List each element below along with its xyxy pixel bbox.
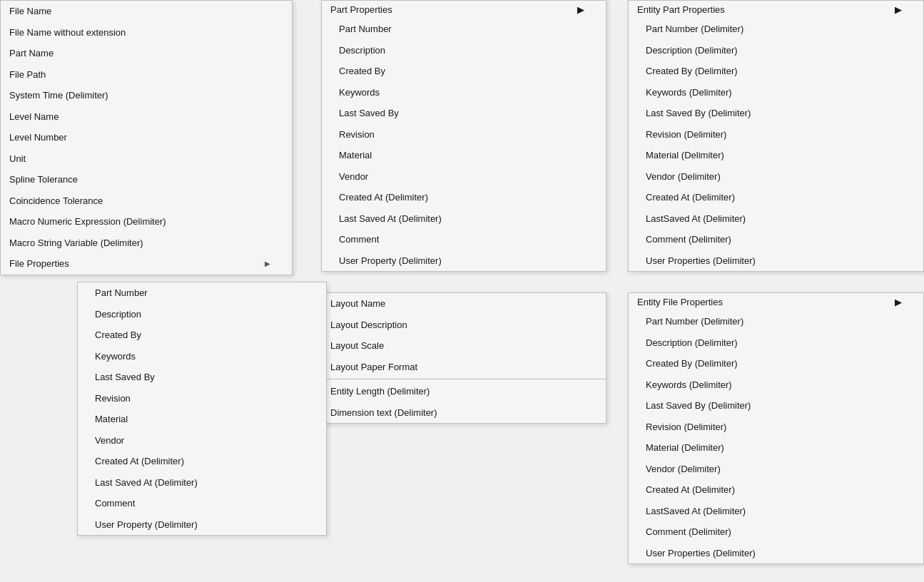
menu-item-label: LastSaved At (Delimiter) — [646, 212, 746, 226]
menu-item[interactable]: System Time (Delimiter) — [1, 85, 292, 106]
menu-item[interactable]: Layout Paper Format — [322, 357, 606, 378]
menu-item-label: Created By (Delimiter) — [646, 64, 738, 78]
menu-item[interactable]: Last Saved By (Delimiter) — [629, 395, 923, 417]
menu-item-label: System Time (Delimiter) — [9, 88, 108, 103]
menu-item[interactable]: Keywords (Delimiter) — [629, 82, 923, 103]
menu-item[interactable]: Vendor (Delimiter) — [629, 459, 923, 480]
menu-item[interactable]: Vendor — [322, 166, 606, 188]
menu-item[interactable]: Last Saved At (Delimiter) — [78, 472, 326, 494]
file-properties-submenu-panel: Part NumberDescriptionCreated ByKeywords… — [77, 282, 327, 536]
menu-panel-header[interactable]: Entity Part Properties▶ — [629, 1, 923, 19]
menu-item[interactable]: Keywords (Delimiter) — [629, 374, 923, 396]
menu-item[interactable]: Layout Name — [322, 293, 606, 315]
menu-item[interactable]: Part Name — [1, 43, 292, 64]
menu-item-label: Part Number (Delimiter) — [646, 22, 743, 36]
menu-item[interactable]: Description (Delimiter) — [629, 332, 923, 354]
menu-item-label: Created At (Delimiter) — [339, 190, 428, 205]
menu-item[interactable]: Part Number — [322, 19, 606, 40]
menu-item[interactable]: Material (Delimiter) — [629, 145, 923, 166]
menu-item[interactable]: Created By (Delimiter) — [629, 61, 923, 82]
menu-item[interactable]: Comment (Delimiter) — [629, 521, 923, 543]
menu-item[interactable]: Revision (Delimiter) — [629, 124, 923, 146]
main-menu-panel: File NameFile Name without extensionPart… — [0, 0, 293, 275]
menu-item[interactable]: User Properties (Delimiter) — [629, 543, 923, 564]
part-properties-panel: Part Properties▶Part NumberDescriptionCr… — [321, 0, 606, 272]
menu-item[interactable]: Unit — [1, 148, 292, 170]
menu-item[interactable]: Material — [322, 145, 606, 166]
menu-item[interactable]: Revision — [78, 388, 326, 409]
menu-item[interactable]: Created At (Delimiter) — [322, 187, 606, 208]
menu-item[interactable]: Comment (Delimiter) — [629, 229, 923, 250]
menu-item[interactable]: Revision — [322, 124, 606, 146]
menu-item[interactable]: Revision (Delimiter) — [629, 417, 923, 438]
menu-item-label: Part Name — [9, 46, 54, 61]
menu-panel-header[interactable]: Part Properties▶ — [322, 1, 606, 19]
menu-panel-header[interactable]: Entity File Properties▶ — [629, 293, 923, 311]
menu-item[interactable]: Macro Numeric Expression (Delimiter) — [1, 211, 292, 233]
menu-item[interactable]: Vendor (Delimiter) — [629, 166, 923, 188]
menu-item[interactable]: Comment — [322, 229, 606, 250]
menu-item[interactable]: Keywords — [78, 346, 326, 367]
menu-item[interactable]: Material (Delimiter) — [629, 437, 923, 459]
submenu-arrow-icon: ▶ — [895, 297, 902, 307]
menu-item[interactable]: Last Saved By — [322, 103, 606, 124]
menu-item[interactable]: User Properties (Delimiter) — [629, 250, 923, 272]
menu-item[interactable]: Dimension text (Delimiter) — [322, 402, 606, 424]
menu-item-label: Created At (Delimiter) — [646, 190, 735, 205]
menu-item[interactable]: Comment — [78, 493, 326, 514]
menu-item[interactable]: Description (Delimiter) — [629, 40, 923, 61]
menu-item-label: Vendor (Delimiter) — [646, 462, 721, 476]
menu-item-label: Created By — [339, 64, 385, 78]
menu-item-label: Macro String Variable (Delimiter) — [9, 236, 143, 250]
menu-item-label: Keywords — [95, 349, 136, 364]
menu-item[interactable]: Coincidence Tolerance — [1, 190, 292, 212]
menu-header-label: Entity File Properties — [637, 297, 723, 307]
menu-item[interactable]: Part Number — [78, 282, 326, 304]
menu-item[interactable]: Description — [322, 40, 606, 61]
menu-item[interactable]: User Property (Delimiter) — [78, 514, 326, 536]
submenu-arrow-icon: ▶ — [265, 258, 270, 269]
menu-item[interactable]: Macro String Variable (Delimiter) — [1, 233, 292, 254]
menu-item[interactable]: Layout Description — [322, 315, 606, 336]
menu-item[interactable]: Created By (Delimiter) — [629, 353, 923, 374]
menu-item[interactable]: Last Saved At (Delimiter) — [322, 208, 606, 230]
entity-file-properties-panel: Entity File Properties▶Part Number (Deli… — [628, 292, 924, 564]
menu-item[interactable]: Entity Length (Delimiter) — [322, 381, 606, 402]
menu-item[interactable]: LastSaved At (Delimiter) — [629, 501, 923, 522]
menu-item[interactable]: File Properties▶ — [1, 253, 292, 275]
menu-item[interactable]: File Name — [1, 1, 292, 22]
submenu-arrow-icon: ▶ — [577, 4, 584, 15]
menu-item[interactable]: Layout Scale — [322, 335, 606, 357]
menu-item-label: Last Saved By (Delimiter) — [646, 399, 751, 413]
menu-item[interactable]: Last Saved By (Delimiter) — [629, 103, 923, 124]
menu-header-label: Part Properties — [330, 4, 392, 15]
menu-item-label: Macro Numeric Expression (Delimiter) — [9, 215, 166, 229]
menu-item-label: Keywords (Delimiter) — [646, 86, 732, 100]
menu-item-label: Created At (Delimiter) — [646, 483, 735, 497]
menu-item[interactable]: File Name without extension — [1, 22, 292, 44]
menu-item[interactable]: Created At (Delimiter) — [629, 187, 923, 208]
menu-item[interactable]: Created By — [322, 61, 606, 82]
menu-item-label: Last Saved At (Delimiter) — [339, 212, 442, 226]
menu-item[interactable]: LastSaved At (Delimiter) — [629, 208, 923, 230]
menu-item[interactable]: User Property (Delimiter) — [322, 250, 606, 272]
menu-item[interactable]: Created At (Delimiter) — [78, 451, 326, 472]
menu-item[interactable]: Part Number (Delimiter) — [629, 311, 923, 332]
menu-item[interactable]: Description — [78, 304, 326, 325]
menu-item[interactable]: Part Number (Delimiter) — [629, 19, 923, 40]
menu-item-label: Layout Paper Format — [330, 360, 417, 374]
menu-item[interactable]: Level Name — [1, 106, 292, 128]
menu-item[interactable]: File Path — [1, 64, 292, 86]
menu-item-label: Level Number — [9, 131, 67, 145]
menu-item[interactable]: Created By — [78, 325, 326, 346]
menu-item[interactable]: Created At (Delimiter) — [629, 479, 923, 501]
menu-item[interactable]: Keywords — [322, 82, 606, 103]
menu-item[interactable]: Vendor — [78, 430, 326, 451]
menu-item-label: Revision (Delimiter) — [646, 420, 726, 434]
menu-item[interactable]: Material — [78, 409, 326, 430]
menu-item[interactable]: Level Number — [1, 127, 292, 148]
menu-item-label: Comment — [95, 496, 135, 511]
menu-item[interactable]: Spline Tolerance — [1, 169, 292, 190]
menu-item[interactable]: Last Saved By — [78, 367, 326, 388]
menu-item-label: Layout Name — [330, 297, 385, 311]
